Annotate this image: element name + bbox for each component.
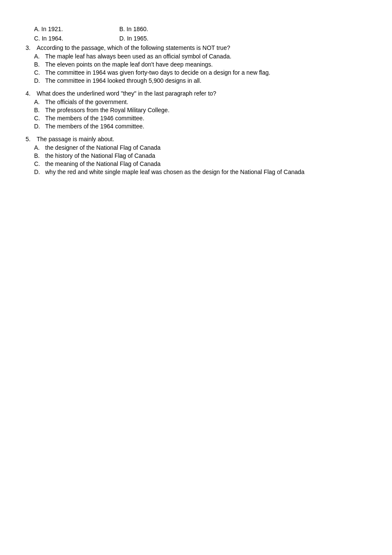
question-text-5: The passage is mainly about. — [37, 136, 366, 142]
question-4: 4.What does the underlined word "they" i… — [26, 90, 366, 130]
option-letter-3-3: D. — [34, 77, 42, 84]
option-text-5-3: why the red and white single maple leaf … — [45, 169, 366, 175]
option-letter-4-2: C. — [34, 115, 42, 122]
top-answer-row-2: C. In 1964. D. In 1965. — [26, 35, 366, 42]
option-text-5-2: the meaning of the National Flag of Cana… — [45, 160, 366, 167]
answer-a: A. In 1921. — [34, 26, 85, 32]
question-number-5: 5. — [26, 136, 34, 142]
option-3-D: D.The committee in 1964 looked through 5… — [26, 77, 366, 84]
option-text-5-1: the history of the National Flag of Cana… — [45, 152, 366, 159]
option-letter-3-2: C. — [34, 69, 42, 76]
answer-d: D. In 1965. — [119, 35, 170, 42]
option-letter-5-0: A. — [34, 144, 42, 151]
top-answer-row: A. In 1921. B. In 1860. — [26, 26, 366, 32]
option-5-A: A.the designer of the National Flag of C… — [26, 144, 366, 151]
question-number-3: 3. — [26, 44, 34, 51]
question-5: 5.The passage is mainly about.A.the desi… — [26, 136, 366, 175]
option-text-3-3: The committee in 1964 looked through 5,9… — [45, 77, 366, 84]
option-3-A: A.The maple leaf has always been used as… — [26, 53, 366, 60]
option-letter-4-1: B. — [34, 107, 42, 113]
option-3-C: C.The committee in 1964 was given forty-… — [26, 69, 366, 76]
option-5-B: B.the history of the National Flag of Ca… — [26, 152, 366, 159]
option-5-C: C.the meaning of the National Flag of Ca… — [26, 160, 366, 167]
option-letter-5-3: D. — [34, 169, 42, 175]
option-4-B: B.The professors from the Royal Military… — [26, 107, 366, 113]
option-letter-4-0: A. — [34, 99, 42, 105]
answer-c: C. In 1964. — [34, 35, 85, 42]
question-3: 3.According to the passage, which of the… — [26, 44, 366, 84]
question-text-4: What does the underlined word "they" in … — [37, 90, 366, 97]
option-text-4-2: The members of the 1946 committee. — [45, 115, 366, 122]
question-number-4: 4. — [26, 90, 34, 97]
option-letter-5-1: B. — [34, 152, 42, 159]
option-text-3-1: The eleven points on the maple leaf don'… — [45, 61, 366, 68]
option-5-D: D.why the red and white single maple lea… — [26, 169, 366, 175]
option-letter-5-2: C. — [34, 160, 42, 167]
option-letter-3-1: B. — [34, 61, 42, 68]
option-text-5-0: the designer of the National Flag of Can… — [45, 144, 366, 151]
option-text-3-0: The maple leaf has always been used as a… — [45, 53, 366, 60]
option-text-4-0: The officials of the government. — [45, 99, 366, 105]
option-4-D: D.The members of the 1964 committee. — [26, 123, 366, 130]
option-4-A: A.The officials of the government. — [26, 99, 366, 105]
question-text-3: According to the passage, which of the f… — [37, 44, 366, 51]
option-letter-4-3: D. — [34, 123, 42, 130]
option-text-4-3: The members of the 1964 committee. — [45, 123, 366, 130]
option-text-3-2: The committee in 1964 was given forty-tw… — [45, 69, 366, 76]
option-4-C: C.The members of the 1946 committee. — [26, 115, 366, 122]
option-text-4-1: The professors from the Royal Military C… — [45, 107, 366, 113]
questions-container: 3.According to the passage, which of the… — [26, 44, 366, 175]
answer-b: B. In 1860. — [119, 26, 170, 32]
option-3-B: B.The eleven points on the maple leaf do… — [26, 61, 366, 68]
option-letter-3-0: A. — [34, 53, 42, 60]
